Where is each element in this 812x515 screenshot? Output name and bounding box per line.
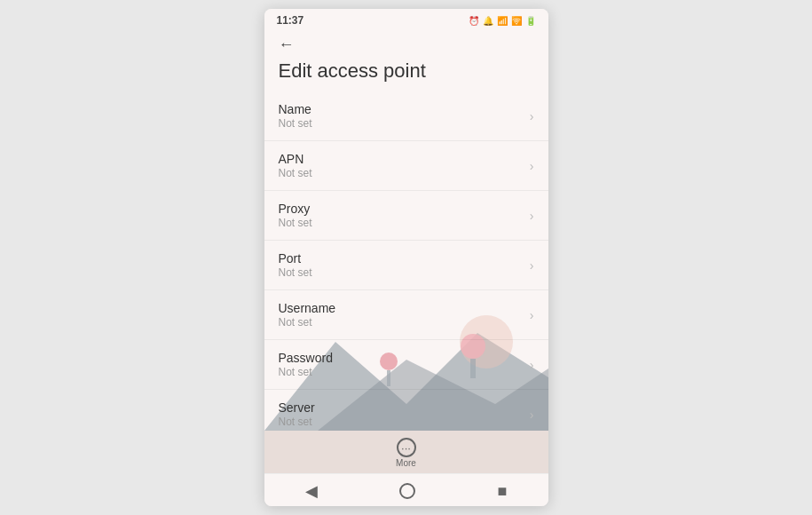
item-value-name: Not set <box>279 117 312 130</box>
signal-icon: 📶 <box>497 16 508 26</box>
chevron-proxy: › <box>530 209 534 223</box>
chevron-name: › <box>530 109 534 123</box>
battery-icon: 🔋 <box>525 16 536 26</box>
settings-item-password[interactable]: Password Not set › <box>264 340 548 390</box>
item-label-password: Password <box>279 351 333 365</box>
settings-item-proxy[interactable]: Proxy Not set › <box>264 191 548 241</box>
settings-item-port[interactable]: Port Not set › <box>264 241 548 290</box>
item-text-server: Server Not set <box>279 400 315 428</box>
item-value-apn: Not set <box>279 167 312 179</box>
item-label-username: Username <box>279 301 336 315</box>
phone-screen: 11:37 ⏰ 🔔 📶 🛜 🔋 ← Edit access point <box>264 9 548 506</box>
alarm-icon: ⏰ <box>469 16 479 26</box>
wifi-icon: 🛜 <box>511 16 522 26</box>
chevron-username: › <box>530 308 534 322</box>
item-text-password: Password Not set <box>279 351 333 378</box>
more-icon: ··· <box>397 438 416 457</box>
content-area: Name Not set › APN Not set › Proxy Not s… <box>264 91 548 431</box>
item-text-name: Name Not set <box>279 102 312 130</box>
item-value-password: Not set <box>279 366 333 378</box>
more-label: More <box>396 458 416 468</box>
item-text-port: Port Not set <box>279 251 312 279</box>
settings-item-name[interactable]: Name Not set › <box>264 91 548 141</box>
chevron-password: › <box>530 358 534 372</box>
more-dots: ··· <box>401 442 411 454</box>
item-value-username: Not set <box>279 316 336 329</box>
chevron-port: › <box>530 258 534 273</box>
item-label-name: Name <box>279 102 312 116</box>
item-text-apn: APN Not set <box>279 152 312 179</box>
item-label-apn: APN <box>279 152 312 166</box>
item-value-server: Not set <box>279 416 315 428</box>
notification-icon: 🔔 <box>483 16 493 26</box>
nav-recent-icon[interactable]: ■ <box>497 482 507 501</box>
item-text-proxy: Proxy Not set <box>279 202 312 229</box>
item-label-proxy: Proxy <box>279 202 312 216</box>
item-value-port: Not set <box>279 266 312 279</box>
chevron-server: › <box>530 408 534 422</box>
back-button[interactable]: ← <box>279 36 295 53</box>
settings-list: Name Not set › APN Not set › Proxy Not s… <box>264 91 548 431</box>
nav-bar: ◀ ■ <box>264 473 548 506</box>
item-text-username: Username Not set <box>279 301 336 329</box>
settings-item-server[interactable]: Server Not set › <box>264 390 548 431</box>
settings-item-username[interactable]: Username Not set › <box>264 290 548 340</box>
status-time: 11:37 <box>277 14 304 27</box>
chevron-apn: › <box>530 159 534 173</box>
status-bar: 11:37 ⏰ 🔔 📶 🛜 🔋 <box>264 9 548 28</box>
nav-home-icon[interactable] <box>399 483 415 499</box>
nav-back-icon[interactable]: ◀ <box>305 481 318 501</box>
item-label-server: Server <box>279 400 315 415</box>
item-label-port: Port <box>279 251 312 265</box>
status-icons: ⏰ 🔔 📶 🛜 🔋 <box>469 16 536 26</box>
back-row: ← <box>264 28 548 56</box>
more-bar[interactable]: ··· More <box>264 431 548 473</box>
settings-item-apn[interactable]: APN Not set › <box>264 141 548 191</box>
page-title: Edit access point <box>264 56 548 91</box>
item-value-proxy: Not set <box>279 217 312 229</box>
